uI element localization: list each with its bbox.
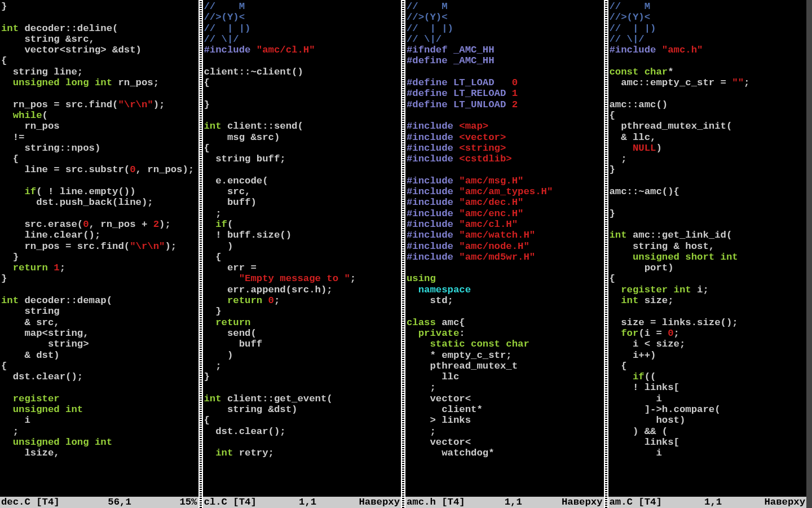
code-line: // | |) bbox=[204, 23, 401, 34]
code-line: NULL) bbox=[610, 143, 807, 154]
pane-0[interactable]: } int decoder::deline( string &src, vect… bbox=[0, 0, 198, 508]
code-line: return 1; bbox=[1, 262, 198, 273]
code-line: using bbox=[407, 273, 604, 284]
code-line: } bbox=[204, 99, 401, 110]
pane-2[interactable]: // M//>(Y)<// | |)// \|/#ifndef _AMC_HH#… bbox=[405, 0, 604, 508]
status-bar-3: am.C [T4] 1,1 Наверху bbox=[608, 497, 807, 508]
code-line bbox=[204, 164, 401, 175]
code-line: links[ bbox=[610, 437, 807, 448]
pane-3[interactable]: // M//>(Y)<// | |)// \|/#include "amc.h"… bbox=[608, 0, 807, 508]
code-line: buff bbox=[204, 339, 401, 349]
code-line: amc::amc() bbox=[610, 99, 807, 110]
code-line: const char* bbox=[610, 67, 807, 77]
code-line: int retry; bbox=[204, 448, 401, 458]
code-line: return 0; bbox=[204, 295, 401, 306]
code-line: #include "amc/watch.H" bbox=[407, 230, 604, 240]
status-pct: Наверху bbox=[359, 497, 400, 507]
code-line: rn_pos = src.find("\r\n"); bbox=[1, 241, 198, 252]
code-line: namespace bbox=[407, 284, 604, 295]
vertical-split[interactable] bbox=[604, 0, 608, 508]
code-line: int size; bbox=[610, 295, 807, 306]
code-line: #ifndef _AMC_HH bbox=[407, 45, 604, 55]
code-line: e.encode( bbox=[204, 176, 401, 186]
code-line: ! buff.size() bbox=[204, 230, 401, 240]
code-content-0: } int decoder::deline( string &src, vect… bbox=[1, 0, 198, 458]
vertical-split[interactable] bbox=[401, 0, 405, 508]
code-line: ) bbox=[204, 350, 401, 361]
code-line: { bbox=[204, 77, 401, 88]
code-line: client* bbox=[407, 404, 604, 415]
code-line: src.erase(0, rn_pos + 2); bbox=[1, 219, 198, 230]
status-pct: Наверху bbox=[562, 497, 603, 507]
code-line bbox=[407, 306, 604, 317]
code-line: & src, bbox=[1, 317, 198, 328]
status-bar-0: dec.C [T4] 56,1 15% bbox=[0, 497, 198, 508]
code-line: string bbox=[1, 306, 198, 317]
editor-root: } int decoder::deline( string &src, vect… bbox=[0, 0, 812, 508]
vertical-split[interactable] bbox=[198, 0, 203, 508]
code-line: } bbox=[204, 306, 401, 317]
pane-1[interactable]: // M//>(Y)<// | |)// \|/#include "amc/cl… bbox=[203, 0, 401, 508]
code-line: #define LT_RELOAD 1 bbox=[407, 88, 604, 99]
code-line bbox=[407, 67, 604, 77]
code-line: unsigned short int bbox=[610, 252, 807, 262]
code-line: { bbox=[610, 361, 807, 371]
code-line: // M bbox=[407, 1, 604, 12]
code-line: #include "amc/md5wr.H" bbox=[407, 252, 604, 262]
code-line: // | |) bbox=[610, 23, 807, 34]
code-line: ) && ( bbox=[610, 426, 807, 437]
code-line bbox=[1, 12, 198, 23]
status-pos: 1,1 bbox=[257, 497, 359, 507]
code-line: // M bbox=[204, 1, 401, 12]
status-pos: 1,1 bbox=[465, 497, 562, 507]
code-line bbox=[1, 382, 198, 393]
code-content-3: // M//>(Y)<// | |)// \|/#include "amc.h"… bbox=[610, 0, 807, 458]
status-bar-2: amc.h [T4] 1,1 Наверху bbox=[405, 497, 604, 508]
code-line: buff) bbox=[204, 197, 401, 208]
code-line: // \|/ bbox=[407, 34, 604, 45]
code-line: unsigned long int rn_pos; bbox=[1, 77, 198, 88]
code-line: } bbox=[1, 252, 198, 262]
code-line: // M bbox=[610, 1, 807, 12]
code-line bbox=[407, 110, 604, 121]
code-line: unsigned int bbox=[1, 404, 198, 415]
code-line: dst.clear(); bbox=[1, 371, 198, 382]
code-line: send( bbox=[204, 328, 401, 339]
code-line: ! links[ bbox=[610, 382, 807, 393]
code-line: #include "amc/cl.H" bbox=[204, 45, 401, 55]
code-line: #include "amc/am_types.H" bbox=[407, 186, 604, 197]
code-line: line = src.substr(0, rn_pos); bbox=[1, 164, 198, 175]
code-line: } bbox=[1, 273, 198, 284]
scrollbar[interactable] bbox=[806, 0, 812, 508]
code-line: { bbox=[610, 273, 807, 284]
code-line: #include "amc/enc.H" bbox=[407, 208, 604, 219]
code-line: { bbox=[204, 252, 401, 262]
code-line: i bbox=[1, 415, 198, 426]
code-line: int decoder::demap( bbox=[1, 295, 198, 306]
code-line: amc::empty_c_str = ""; bbox=[610, 77, 807, 88]
code-line: lsize, bbox=[1, 448, 198, 458]
status-bar-1: cl.C [T4] 1,1 Наверху bbox=[203, 497, 401, 508]
code-line bbox=[610, 219, 807, 230]
code-line: { bbox=[1, 361, 198, 371]
code-line bbox=[204, 110, 401, 121]
code-line: map<string, bbox=[1, 328, 198, 339]
code-line: rn_pos bbox=[1, 121, 198, 132]
code-line: rn_pos = src.find("\r\n"); bbox=[1, 99, 198, 110]
code-line: port) bbox=[610, 262, 807, 273]
code-line: static const char bbox=[407, 339, 604, 349]
code-line: } bbox=[1, 1, 198, 12]
code-line: vector<string> &dst) bbox=[1, 45, 198, 55]
code-line: register int i; bbox=[610, 284, 807, 295]
code-line: err = bbox=[204, 262, 401, 273]
code-line: i bbox=[610, 448, 807, 458]
code-line: ; bbox=[204, 361, 401, 371]
code-line: #define LT_UNLOAD 2 bbox=[407, 99, 604, 110]
code-line: #include "amc/msg.H" bbox=[407, 176, 604, 186]
code-line: private: bbox=[407, 328, 604, 339]
code-line: return bbox=[204, 317, 401, 328]
code-line: string::npos) bbox=[1, 143, 198, 154]
code-line: { bbox=[204, 143, 401, 154]
code-line: if( bbox=[204, 219, 401, 230]
code-line: // \|/ bbox=[204, 34, 401, 45]
